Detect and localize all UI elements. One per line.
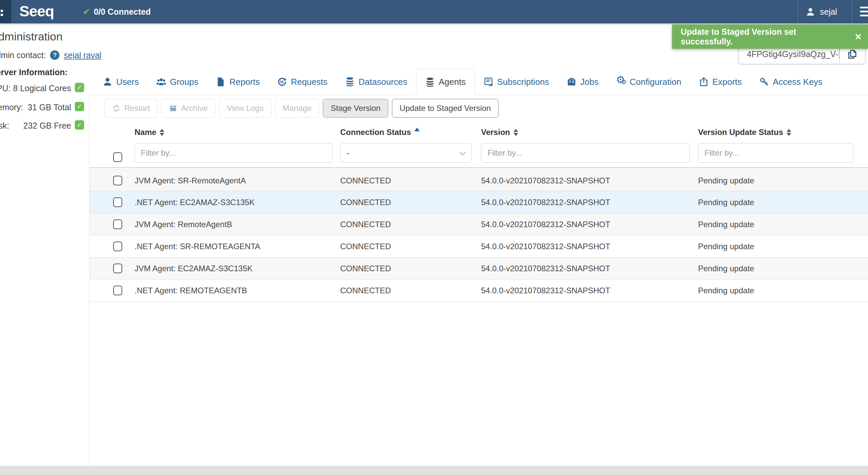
tab-datasources[interactable]: Datasources xyxy=(336,69,416,95)
tab-label: Access Keys xyxy=(773,77,823,87)
update-to-staged-version-button[interactable]: Update to Staged Version xyxy=(392,99,499,118)
document-icon xyxy=(216,77,226,87)
seeq-logo[interactable]: Seeq xyxy=(19,3,54,20)
tab-jobs[interactable]: Jobs xyxy=(558,69,607,95)
admin-contact: Admin contact: ? sejal raval xyxy=(0,50,101,61)
tab-agents[interactable]: Agents xyxy=(416,69,475,95)
key-icon xyxy=(759,77,769,87)
version-update-status-cell: Pending update xyxy=(698,170,754,191)
connection-status-cell: CONNECTED xyxy=(340,258,391,279)
tab-requests[interactable]: %Requests xyxy=(269,69,336,95)
connection-status: ✔ 0/0 Connected xyxy=(83,0,151,23)
check-icon: ✔ xyxy=(83,6,90,17)
name-filter-input[interactable] xyxy=(134,143,333,163)
tab-label: Users xyxy=(116,77,139,87)
server-info-row: Memory:31 GB Total✓ xyxy=(0,102,97,113)
tab-label: Requests xyxy=(291,77,328,87)
seeq-admin-screen: Seeq ✔ 0/0 Connected sejal Update to Sta… xyxy=(0,0,868,475)
horizontal-scrollbar[interactable] xyxy=(0,466,868,475)
gears-icon: ⚙⚙ xyxy=(616,77,626,87)
toast-message: Update to Staged Version set successfull… xyxy=(672,27,848,47)
version-cell: 54.0.0-v202107082312-SNAPSHOT xyxy=(481,191,610,213)
tab-subscriptions[interactable]: Subscriptions xyxy=(475,69,558,95)
tab-access-keys[interactable]: Access Keys xyxy=(750,69,831,95)
hamburger-menu-icon[interactable] xyxy=(860,7,868,19)
row-checkbox[interactable] xyxy=(113,286,122,295)
svg-text:%: % xyxy=(280,80,284,85)
ok-check-icon: ✓ xyxy=(75,102,84,111)
button-label: Update to Staged Version xyxy=(400,103,491,113)
tab-users[interactable]: Users xyxy=(94,69,148,95)
version-update-status-cell: Pending update xyxy=(698,191,754,213)
row-checkbox[interactable] xyxy=(113,198,122,207)
version-update-status-filter-input[interactable] xyxy=(698,143,853,163)
admin-contact-label: Admin contact: xyxy=(0,51,46,60)
manage-button[interactable]: Manage xyxy=(275,99,319,118)
user-menu[interactable]: sejal xyxy=(805,0,837,23)
row-checkbox[interactable] xyxy=(113,264,122,273)
agent-row[interactable]: JVM Agent: EC2AMAZ-S3C135KCONNECTED54.0.… xyxy=(90,258,868,279)
tab-reports[interactable]: Reports xyxy=(207,69,269,95)
version-filter-input[interactable] xyxy=(481,143,690,163)
sort-ascending-icon xyxy=(414,128,420,131)
table-header-divider xyxy=(90,167,868,168)
sort-icon xyxy=(786,129,791,136)
agent-row[interactable]: .NET Agent: REMOTEAGENTBCONNECTED54.0.0-… xyxy=(90,279,868,302)
agent-name-cell: .NET Agent: EC2AMAZ-S3C135K xyxy=(134,191,255,213)
select-all-checkbox[interactable] xyxy=(113,152,122,162)
admin-tabs: UsersGroupsReports%RequestsDatasourcesAg… xyxy=(94,69,831,95)
ok-check-icon: ✓ xyxy=(75,120,84,129)
tab-exports[interactable]: Exports xyxy=(690,69,750,95)
version-cell: 54.0.0-v202107082312-SNAPSHOT xyxy=(481,213,610,235)
tab-label: Datasources xyxy=(359,77,407,87)
row-checkbox[interactable] xyxy=(113,176,122,185)
button-label: Archive xyxy=(181,103,208,113)
navbar-divider xyxy=(798,0,798,23)
export-icon xyxy=(699,77,709,87)
agent-name-cell: .NET Agent: REMOTEAGENTB xyxy=(134,279,247,301)
access-key-value: 4FPGtig4GysiI9aQzg_V- xyxy=(747,50,838,59)
version-cell: 54.0.0-v202107082312-SNAPSHOT xyxy=(481,258,610,279)
chevron-down-icon xyxy=(458,149,467,158)
agent-row[interactable]: .NET Agent: EC2AMAZ-S3C135KCONNECTED54.0… xyxy=(90,191,868,213)
stage-version-button[interactable]: Stage Version xyxy=(323,99,388,118)
server-info-row: Disk:232 GB Free✓ xyxy=(0,120,97,131)
view-logs-button[interactable]: View Logs xyxy=(219,99,271,118)
tab-groups[interactable]: Groups xyxy=(148,69,207,95)
connection-status-cell: CONNECTED xyxy=(340,191,391,213)
tab-label: Agents xyxy=(439,77,466,87)
restart-button[interactable]: Restart xyxy=(104,99,158,118)
connection-status-filter-select[interactable]: - xyxy=(340,143,472,163)
version-column-header[interactable]: Version xyxy=(481,128,518,137)
success-toast: Update to Staged Version set successfull… xyxy=(672,24,868,49)
connection-status-cell: CONNECTED xyxy=(340,170,391,191)
tab-configuration[interactable]: ⚙⚙Configuration xyxy=(607,69,690,95)
archive-icon xyxy=(169,104,177,113)
page-title: Administration xyxy=(0,30,62,43)
row-checkbox[interactable] xyxy=(113,241,122,251)
agent-row[interactable]: .NET Agent: SR-REMOTEAGENTACONNECTED54.0… xyxy=(90,236,868,258)
name-column-header[interactable]: Name xyxy=(134,128,164,137)
button-label: Stage Version xyxy=(331,103,380,113)
copy-icon xyxy=(847,49,858,60)
agent-name-cell: .NET Agent: SR-REMOTEAGENTA xyxy=(134,236,260,257)
top-navbar: Seeq ✔ 0/0 Connected sejal xyxy=(0,0,868,23)
people-icon xyxy=(156,77,166,87)
connection-status-label: 0/0 Connected xyxy=(94,7,151,17)
archive-button[interactable]: Archive xyxy=(161,99,215,118)
button-label: View Logs xyxy=(227,103,264,113)
version-update-status-cell: Pending update xyxy=(698,279,754,301)
history-percent-icon: % xyxy=(277,77,287,87)
toast-close-icon[interactable]: × xyxy=(848,25,868,49)
admin-contact-link[interactable]: sejal raval xyxy=(64,51,101,60)
sort-icon xyxy=(160,129,164,136)
version-update-status-column-header[interactable]: Version Update Status xyxy=(698,128,791,137)
agent-row[interactable]: JVM Agent: SR-RemoteAgentACONNECTED54.0.… xyxy=(90,169,868,191)
agent-row[interactable]: JVM Agent: RemoteAgentBCONNECTED54.0.0-v… xyxy=(90,213,868,236)
connection-status-column-header[interactable]: Connection Status xyxy=(340,128,420,137)
help-icon[interactable]: ? xyxy=(50,51,59,60)
connection-status-cell: CONNECTED xyxy=(340,279,391,301)
app-grid-icon[interactable] xyxy=(0,0,11,23)
row-checkbox[interactable] xyxy=(113,219,122,229)
agent-name-cell: JVM Agent: SR-RemoteAgentA xyxy=(134,170,246,191)
